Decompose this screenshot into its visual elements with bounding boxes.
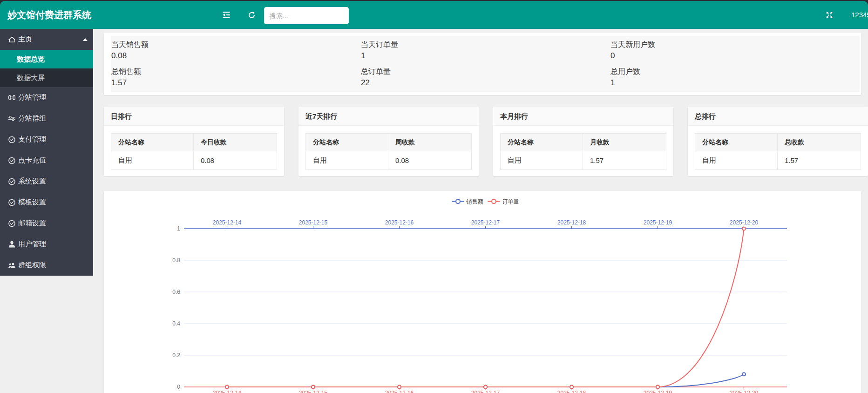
sales-orders-chart-card: 00.20.40.60.812025-12-142025-12-142025-1…: [104, 191, 861, 393]
chevron-up-icon: [83, 38, 88, 41]
sidebar-submenu: 数据总览 数据大屏: [0, 50, 93, 87]
sidebar-item-label: 邮箱设置: [18, 219, 46, 228]
cell-site-name: 自用: [695, 151, 778, 170]
collapse-sidebar-button[interactable]: [217, 1, 236, 29]
stat-col-orders: 当天订单量 1 总订单量 22: [360, 36, 610, 92]
username-label[interactable]: 12345: [851, 1, 868, 29]
cell-amount: 1.57: [778, 151, 861, 170]
line-chart: 00.20.40.60.812025-12-142025-12-142025-1…: [104, 191, 861, 393]
fullscreen-button[interactable]: [820, 1, 839, 29]
sidebar-item-template-settings[interactable]: 模板设置: [0, 192, 93, 213]
data-point-marker: [225, 386, 229, 389]
sidebar-item-substation-group[interactable]: 分站群组: [0, 108, 93, 129]
column-header: 今日收款: [194, 134, 277, 151]
sidebar-item-substation-manage[interactable]: 分站管理: [0, 87, 93, 108]
table-row: 自用1.57: [501, 151, 666, 170]
stat-value: 0: [610, 50, 860, 61]
sliders-icon: [8, 115, 15, 122]
rank-card-week: 近7天排行 分站名称周收款 自用0.08: [298, 107, 479, 176]
sidebar-item-label: 分站群组: [18, 114, 46, 123]
y-axis-label: 0.2: [172, 352, 180, 359]
sidebar-nav: 主页 数据总览 数据大屏 分站管理: [0, 29, 93, 276]
column-header: 分站名称: [501, 134, 583, 151]
svg-text:销售额: 销售额: [466, 198, 483, 205]
user-icon: [8, 240, 15, 248]
y-axis-label: 0.4: [172, 320, 180, 327]
stat-col-users: 当天新用户数 0 总用户数 1: [610, 36, 860, 92]
stat-value: 1.57: [111, 77, 360, 88]
x-axis-bottom-label: 2025-12-17: [471, 390, 500, 393]
data-point-marker: [312, 386, 315, 389]
table-row: 自用0.08: [111, 151, 277, 170]
card-title: 日排行: [104, 107, 284, 126]
y-axis-label: 0.8: [172, 257, 180, 264]
cell-site-name: 自用: [111, 151, 194, 170]
data-point-marker: [656, 386, 659, 389]
cell-site-name: 自用: [306, 151, 388, 170]
sidebar-item-payment-manage[interactable]: 支付管理: [0, 129, 93, 150]
sidebar-item-mail-settings[interactable]: 邮箱设置: [0, 213, 93, 234]
table-row: 自用1.57: [695, 151, 861, 170]
stat-value: 0.08: [111, 50, 360, 61]
x-axis-top-label: 2025-12-16: [385, 219, 414, 226]
x-axis-top-label: 2025-12-19: [644, 219, 672, 226]
rank-card-month: 本月排行 分站名称月收款 自用1.57: [493, 107, 673, 176]
card-title: 近7天排行: [298, 107, 479, 126]
stat-value: 22: [361, 77, 610, 88]
x-axis-bottom-label: 2025-12-15: [299, 390, 328, 393]
sidebar-item-user-manage[interactable]: 用户管理: [0, 234, 93, 255]
stat-label: 总销售额: [111, 66, 360, 77]
y-axis-label: 0: [177, 384, 180, 390]
refresh-icon: [248, 12, 255, 19]
home-icon: [8, 35, 15, 43]
table-row: 自用0.08: [306, 151, 472, 170]
legend-item-销售额[interactable]: 销售额: [452, 198, 483, 205]
legend-item-订单量[interactable]: 订单量: [488, 198, 519, 205]
x-axis-bottom-label: 2025-12-20: [730, 390, 759, 393]
stat-label: 总用户数: [610, 66, 860, 77]
data-point-marker: [742, 373, 746, 376]
rank-table: 分站名称周收款 自用0.08: [305, 133, 472, 170]
x-axis-top-label: 2025-12-17: [471, 219, 500, 226]
refresh-button[interactable]: [242, 1, 261, 29]
check-circle-icon: [8, 136, 15, 143]
check-circle-icon: [8, 177, 15, 185]
sidebar-item-data-overview[interactable]: 数据总览: [0, 50, 93, 68]
sidebar-item-group-permissions[interactable]: 群组权限: [0, 255, 93, 276]
x-axis-top-label: 2025-12-14: [213, 219, 242, 226]
stat-label: 当天订单量: [361, 39, 610, 50]
cell-amount: 0.08: [194, 151, 277, 170]
sidebar-item-label: 系统设置: [18, 177, 46, 186]
fullscreen-icon: [826, 12, 833, 18]
card-title: 本月排行: [493, 107, 673, 126]
data-point-marker: [742, 227, 746, 230]
sidebar-item-label: 模板设置: [18, 198, 46, 207]
cell-amount: 1.57: [583, 151, 666, 170]
data-point-marker: [484, 386, 487, 389]
stat-col-sales: 当天销售额 0.08 总销售额 1.57: [111, 36, 360, 92]
x-axis-bottom-label: 2025-12-14: [213, 390, 242, 393]
y-axis-label: 1: [177, 225, 180, 232]
search-box: [264, 7, 349, 24]
cell-site-name: 自用: [501, 151, 583, 170]
x-axis-bottom-label: 2025-12-16: [385, 390, 414, 393]
column-header: 总收款: [778, 134, 861, 151]
column-header: 分站名称: [111, 134, 194, 151]
app-title: 妙文馆付费进群系统: [7, 1, 91, 29]
sidebar-item-home[interactable]: 主页: [0, 29, 93, 50]
check-circle-icon: [8, 198, 15, 206]
rank-card-total: 总排行 分站名称总收款 自用1.57: [688, 107, 868, 176]
sidebar-item-data-screen[interactable]: 数据大屏: [0, 68, 93, 87]
sidebar-item-system-settings[interactable]: 系统设置: [0, 171, 93, 192]
stat-label: 当天销售额: [111, 39, 360, 50]
stat-value: 1: [610, 77, 860, 88]
check-circle-icon: [8, 156, 15, 164]
stat-label: 当天新用户数: [610, 39, 860, 50]
stat-label: 总订单量: [361, 66, 610, 77]
sidebar-item-card-recharge[interactable]: 点卡充值: [0, 150, 93, 171]
data-point-marker: [398, 386, 401, 389]
check-circle-icon: [8, 219, 15, 227]
search-input[interactable]: [264, 7, 349, 24]
x-axis-bottom-label: 2025-12-18: [557, 390, 586, 393]
sidebar-item-label: 主页: [18, 35, 32, 44]
